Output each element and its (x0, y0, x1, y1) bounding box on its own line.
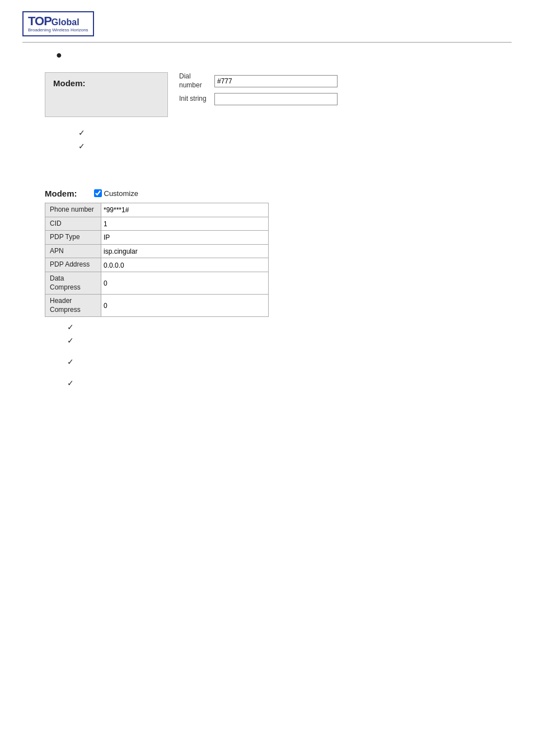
header-compress-input[interactable] (104, 302, 266, 310)
input-cell-cid (101, 217, 269, 231)
check-item-s2-1: ✓ (67, 323, 512, 332)
check-item-1: ✓ (78, 128, 512, 137)
pdp-address-input[interactable] (104, 262, 266, 269)
customize-row: Customize (94, 189, 138, 198)
label-pdp-address: PDP Address (45, 258, 101, 272)
bullet-dot: ● (56, 49, 512, 61)
logo-top-text: TOPGlobal (28, 15, 88, 28)
table-row-phone: Phone number (45, 203, 269, 217)
modem-header-row: Modem: Customize (45, 189, 512, 198)
checks-section-2: ✓ ✓ ✓ ✓ (67, 323, 512, 388)
section-modem-1: Modem: Dial number Init string (45, 72, 512, 117)
checkmark-s2-4: ✓ (67, 379, 74, 388)
dial-number-input[interactable] (214, 75, 338, 87)
checkmark-s2-3: ✓ (67, 357, 74, 366)
customize-checkbox[interactable] (94, 189, 102, 197)
label-data-compress: Data Compress (45, 272, 101, 294)
modem-label-2: Modem: (45, 189, 77, 198)
label-cid: CID (45, 217, 101, 231)
check-item-s2-2: ✓ (67, 336, 512, 345)
input-cell-pdp-type (101, 231, 269, 245)
input-cell-apn (101, 244, 269, 258)
data-compress-input[interactable] (104, 279, 266, 287)
table-row-cid: CID (45, 217, 269, 231)
check-item-s2-3: ✓ (67, 357, 512, 366)
page-wrapper: TOPGlobal Broadening Wireless Horizons ●… (0, 0, 534, 403)
label-apn: APN (45, 244, 101, 258)
modem-label-box-1: Modem: (45, 72, 168, 117)
logo-box: TOPGlobal Broadening Wireless Horizons (22, 11, 94, 36)
spacer-2 (22, 172, 512, 189)
checkmark-s2-2: ✓ (67, 336, 74, 345)
section-modem-2: Modem: Customize Phone number CID (45, 189, 512, 317)
label-phone-number: Phone number (45, 203, 101, 217)
form-table: Phone number CID PDP Type (45, 203, 269, 317)
input-cell-phone (101, 203, 269, 217)
check-item-2: ✓ (78, 142, 512, 151)
checks-section-1: ✓ ✓ (78, 128, 512, 151)
input-cell-data-compress (101, 272, 269, 294)
init-string-input[interactable] (214, 93, 338, 105)
table-row-data-compress: Data Compress (45, 272, 269, 294)
input-cell-header-compress (101, 295, 269, 317)
dial-number-row: Dial number (179, 72, 338, 90)
top-divider (22, 42, 512, 43)
logo-area: TOPGlobal Broadening Wireless Horizons (22, 11, 512, 36)
cid-input[interactable] (104, 220, 266, 228)
label-pdp-type: PDP Type (45, 231, 101, 245)
input-cell-pdp-address (101, 258, 269, 272)
customize-label: Customize (104, 189, 138, 198)
logo-tagline: Broadening Wireless Horizons (28, 28, 88, 33)
modem-label-1: Modem: (53, 78, 86, 88)
label-header-compress: Header Compress (45, 295, 101, 317)
init-string-row: Init string (179, 93, 338, 105)
dial-number-label: Dial number (179, 72, 210, 90)
table-row-pdp-type: PDP Type (45, 231, 269, 245)
init-string-label: Init string (179, 95, 210, 104)
check-item-s2-4: ✓ (67, 379, 512, 388)
pdp-type-input[interactable] (104, 234, 266, 241)
phone-number-input[interactable] (104, 206, 266, 214)
spacer-1 (22, 155, 512, 172)
checkmark-s2-1: ✓ (67, 323, 74, 332)
table-row-header-compress: Header Compress (45, 295, 269, 317)
table-row-pdp-address: PDP Address (45, 258, 269, 272)
apn-input[interactable] (104, 248, 266, 255)
checkmark-2: ✓ (78, 142, 85, 151)
modem-fields-1: Dial number Init string (179, 72, 338, 105)
table-row-apn: APN (45, 244, 269, 258)
checkmark-1: ✓ (78, 128, 85, 137)
